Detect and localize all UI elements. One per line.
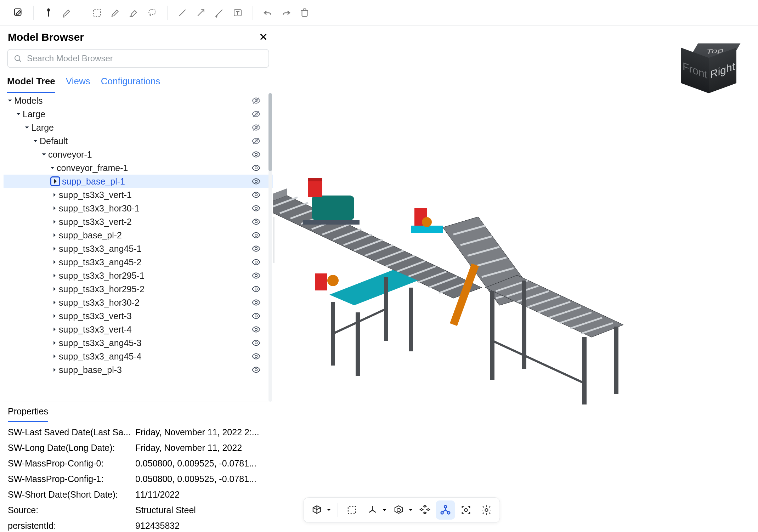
caret-icon[interactable] [14,111,23,117]
exploded-icon[interactable] [415,500,435,520]
lasso-icon[interactable] [144,4,161,21]
redo-icon[interactable] [278,4,295,21]
gear-cube-icon[interactable] [389,500,408,520]
caret-icon[interactable] [50,176,60,186]
caret-icon[interactable] [50,313,59,319]
caret-icon[interactable] [50,286,59,292]
search-field[interactable] [27,53,263,63]
tree-row[interactable]: supp_ts3x3_vert-2 [4,215,273,228]
dashed-box-icon[interactable] [343,500,362,520]
visibility-toggle-icon[interactable] [251,203,261,214]
caret-icon[interactable] [23,125,31,130]
tree-scrollbar[interactable] [268,93,272,402]
visibility-toggle-icon[interactable] [251,176,261,187]
caret-icon[interactable] [50,259,59,265]
tree-row[interactable]: supp_base_pl-1 [4,175,273,188]
marquee-icon[interactable] [89,4,106,21]
trash-icon[interactable] [296,4,313,21]
visibility-toggle-icon[interactable] [251,338,261,348]
tree-row[interactable]: Models [4,94,273,107]
dropdown-caret-icon[interactable] [381,508,388,513]
tree-row[interactable]: supp_ts3x3_ang45-3 [4,336,273,350]
visibility-toggle-icon[interactable] [251,189,261,200]
caret-icon[interactable] [50,205,59,211]
highlighter-icon[interactable] [125,4,142,21]
visibility-toggle-icon[interactable] [251,364,261,375]
caret-icon[interactable] [50,232,59,238]
tree-row[interactable]: Default [4,134,273,148]
caret-icon[interactable] [50,273,59,278]
viewcube[interactable]: Top Front Right [679,36,740,96]
pencil-icon[interactable] [107,4,124,21]
tree-row[interactable]: supp_ts3x3_ang45-4 [4,350,273,363]
visibility-toggle-icon[interactable] [251,351,261,362]
model-tree[interactable]: ModelsLargeLargeDefaultconveyor-1conveyo… [4,93,273,402]
visibility-toggle-icon[interactable] [251,216,261,227]
visibility-toggle-icon[interactable] [251,95,261,106]
svg-point-93 [255,355,258,358]
caret-icon[interactable] [50,246,59,251]
pencil-dash-icon[interactable] [58,4,75,21]
visibility-toggle-icon[interactable] [251,257,261,267]
tree-row[interactable]: supp_ts3x3_hor30-1 [4,202,273,215]
undo-icon[interactable] [259,4,276,21]
caret-icon[interactable] [40,152,48,157]
tree-row[interactable]: supp_ts3x3_ang45-1 [4,242,273,255]
caret-icon[interactable] [48,165,57,171]
visibility-toggle-icon[interactable] [251,297,261,308]
tree-row[interactable]: Large [4,107,273,121]
hierarchy-icon[interactable] [436,500,455,520]
tab-model-tree[interactable]: Model Tree [7,74,55,93]
tab-configurations[interactable]: Configurations [101,74,160,93]
edit-icon[interactable] [10,4,27,21]
tree-row[interactable]: supp_ts3x3_hor295-1 [4,269,273,282]
tree-row[interactable]: supp_ts3x3_ang45-2 [4,255,273,269]
visibility-toggle-icon[interactable] [251,136,261,146]
search-input[interactable] [7,49,269,68]
close-icon[interactable]: ✕ [259,32,268,43]
line-icon[interactable] [174,4,191,21]
tree-row[interactable]: supp_base_pl-3 [4,363,273,377]
visibility-toggle-icon[interactable] [251,122,261,133]
axes-icon[interactable] [363,500,382,520]
dropdown-caret-icon[interactable] [408,508,414,513]
visibility-toggle-icon[interactable] [251,324,261,335]
properties-tab[interactable]: Properties [8,406,48,422]
focus-icon[interactable] [457,500,476,520]
caret-icon[interactable] [31,138,40,144]
arrow-icon[interactable] [192,4,209,21]
visibility-toggle-icon[interactable] [251,149,261,160]
settings-icon[interactable] [477,500,496,520]
visibility-toggle-icon[interactable] [251,284,261,294]
render-style-icon[interactable] [307,500,327,520]
dropdown-caret-icon[interactable] [326,508,332,513]
svg-point-80 [255,180,258,183]
tree-row[interactable]: supp_ts3x3_vert-3 [4,309,273,323]
text-box-icon[interactable] [229,4,246,21]
caret-icon[interactable] [50,353,59,359]
tree-row[interactable]: supp_ts3x3_hor295-2 [4,282,273,296]
caret-icon[interactable] [50,340,59,346]
caret-icon[interactable] [50,192,59,198]
visibility-toggle-icon[interactable] [251,243,261,254]
tree-row[interactable]: supp_base_pl-2 [4,228,273,242]
tree-row[interactable]: conveyor-1 [4,148,273,161]
tree-row[interactable]: supp_ts3x3_vert-4 [4,323,273,336]
caret-icon[interactable] [50,300,59,305]
tab-views[interactable]: Views [66,74,90,93]
tree-row[interactable]: Large [4,121,273,134]
visibility-toggle-icon[interactable] [251,270,261,281]
caret-icon[interactable] [50,219,59,225]
pin-icon[interactable] [40,4,57,21]
tree-row[interactable]: supp_ts3x3_hor30-2 [4,296,273,309]
visibility-toggle-icon[interactable] [251,109,261,119]
caret-icon[interactable] [50,367,59,373]
tree-row[interactable]: conveyor_frame-1 [4,161,273,175]
caret-icon[interactable] [50,327,59,332]
caret-icon[interactable] [6,98,14,103]
visibility-toggle-icon[interactable] [251,163,261,173]
visibility-toggle-icon[interactable] [251,311,261,321]
visibility-toggle-icon[interactable] [251,230,261,240]
axis-arrow-icon[interactable] [211,4,228,21]
tree-row[interactable]: supp_ts3x3_vert-1 [4,188,273,202]
